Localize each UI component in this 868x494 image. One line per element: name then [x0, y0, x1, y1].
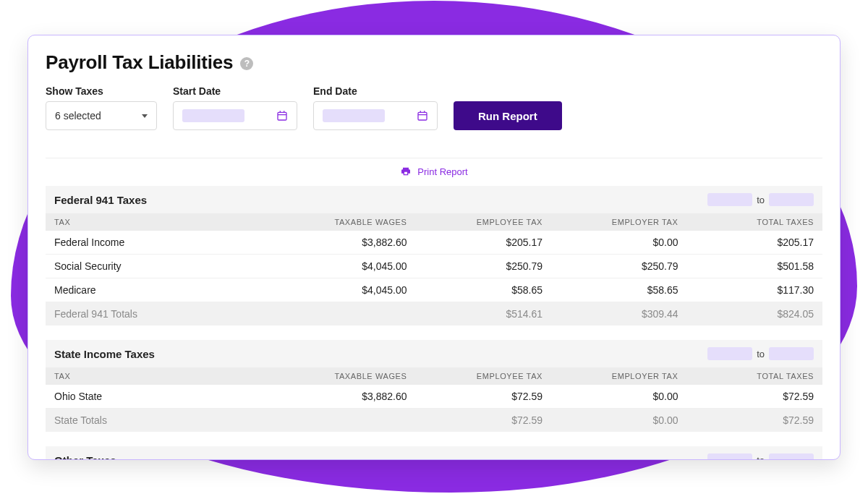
range-separator: to — [757, 455, 765, 461]
date-pill — [769, 347, 814, 360]
range-separator: to — [757, 195, 765, 205]
table-row: Medicare $4,045.00 $58.65 $58.65 $117.30 — [46, 278, 822, 302]
col-taxable-wages: TAXABLE WAGES — [271, 372, 407, 380]
title-row: Payroll Tax Liabilities ? — [46, 51, 822, 74]
date-pill — [769, 453, 814, 460]
totals-row-federal: Federal 941 Totals $514.61 $309.44 $824.… — [46, 302, 822, 325]
cell-employer-tax: $58.65 — [542, 284, 678, 296]
end-date-group: End Date — [313, 85, 438, 130]
calendar-icon — [417, 110, 428, 122]
section-header-state: State Income Taxes to — [46, 340, 822, 367]
cell-employer-tax: $0.00 — [542, 237, 678, 248]
date-range-state: to — [707, 347, 814, 360]
sections: Federal 941 Taxes to TAX TAXABLE WAGES E… — [46, 186, 822, 460]
cell-name: Federal Income — [54, 237, 271, 248]
print-row: Print Report — [46, 158, 822, 183]
help-icon[interactable]: ? — [240, 57, 253, 70]
section-gap — [46, 432, 822, 446]
print-report-link[interactable]: Print Report — [417, 166, 467, 177]
cell-employer-tax: $0.00 — [542, 391, 678, 402]
controls-row: Show Taxes 6 selected Start Date End Dat… — [46, 85, 822, 130]
show-taxes-value: 6 selected — [55, 110, 101, 122]
cell-employer-tax: $250.79 — [542, 260, 678, 272]
show-taxes-group: Show Taxes 6 selected — [46, 85, 157, 130]
totals-blank — [271, 414, 407, 426]
col-tax: TAX — [54, 218, 271, 226]
cell-employee-tax: $72.59 — [407, 391, 543, 402]
date-range-other: to — [707, 453, 814, 460]
cell-total-taxes: $72.59 — [678, 391, 814, 402]
date-pill — [769, 193, 814, 206]
cell-employee-tax: $250.79 — [407, 260, 543, 272]
printer-icon — [400, 166, 412, 177]
col-employer-tax: EMPLOYER TAX — [542, 218, 678, 226]
col-total-taxes: TOTAL TAXES — [678, 372, 814, 380]
totals-row-state: State Totals $72.59 $0.00 $72.59 — [46, 409, 822, 432]
table-row: Federal Income $3,882.60 $205.17 $0.00 $… — [46, 231, 822, 255]
calendar-icon — [276, 110, 288, 122]
report-card: Payroll Tax Liabilities ? Show Taxes 6 s… — [27, 35, 841, 460]
date-pill — [707, 347, 752, 360]
cell-name: Medicare — [54, 284, 271, 296]
section-header-federal: Federal 941 Taxes to — [46, 186, 822, 213]
totals-employer-tax: $309.44 — [542, 308, 678, 320]
cell-total-taxes: $501.58 — [678, 260, 814, 272]
col-employee-tax: EMPLOYEE TAX — [407, 218, 543, 226]
section-title-other: Other Taxes — [54, 454, 116, 461]
run-report-button[interactable]: Run Report — [454, 101, 562, 130]
section-title-state: State Income Taxes — [54, 348, 155, 360]
date-pill — [707, 453, 752, 460]
totals-total-taxes: $824.05 — [678, 308, 814, 320]
col-employer-tax: EMPLOYER TAX — [542, 372, 678, 380]
start-date-input[interactable] — [173, 101, 297, 130]
totals-blank — [271, 308, 407, 320]
date-range-federal: to — [707, 193, 814, 206]
svg-rect-4 — [418, 112, 427, 120]
svg-rect-0 — [278, 112, 286, 120]
cell-taxable-wages: $4,045.00 — [271, 260, 407, 272]
totals-label: State Totals — [54, 414, 271, 426]
cell-employee-tax: $58.65 — [407, 284, 543, 296]
col-employee-tax: EMPLOYEE TAX — [407, 372, 543, 380]
cell-total-taxes: $117.30 — [678, 284, 814, 296]
col-taxable-wages: TAXABLE WAGES — [271, 218, 407, 226]
col-total-taxes: TOTAL TAXES — [678, 218, 814, 226]
start-date-label: Start Date — [173, 85, 297, 97]
table-row: Social Security $4,045.00 $250.79 $250.7… — [46, 255, 822, 278]
page-title: Payroll Tax Liabilities — [46, 51, 233, 74]
totals-label: Federal 941 Totals — [54, 308, 271, 320]
table-row: Ohio State $3,882.60 $72.59 $0.00 $72.59 — [46, 385, 822, 409]
cell-name: Social Security — [54, 260, 271, 272]
cell-employee-tax: $205.17 — [407, 237, 543, 248]
show-taxes-select[interactable]: 6 selected — [46, 101, 157, 130]
section-header-other: Other Taxes to — [46, 446, 822, 460]
end-date-input[interactable] — [313, 101, 438, 130]
table-header-federal: TAX TAXABLE WAGES EMPLOYEE TAX EMPLOYER … — [46, 213, 822, 231]
cell-total-taxes: $205.17 — [678, 237, 814, 248]
end-date-placeholder — [323, 109, 385, 122]
start-date-group: Start Date — [173, 85, 297, 130]
chevron-down-icon — [142, 114, 148, 118]
end-date-label: End Date — [313, 85, 438, 97]
cell-taxable-wages: $3,882.60 — [271, 237, 407, 248]
section-gap — [46, 325, 822, 340]
totals-employer-tax: $0.00 — [542, 414, 678, 426]
range-separator: to — [757, 349, 765, 359]
table-header-state: TAX TAXABLE WAGES EMPLOYEE TAX EMPLOYER … — [46, 367, 822, 385]
totals-employee-tax: $514.61 — [407, 308, 543, 320]
totals-employee-tax: $72.59 — [407, 414, 543, 426]
start-date-placeholder — [182, 109, 244, 122]
cell-taxable-wages: $4,045.00 — [271, 284, 407, 296]
section-title-federal: Federal 941 Taxes — [54, 194, 147, 206]
show-taxes-label: Show Taxes — [46, 85, 157, 97]
totals-total-taxes: $72.59 — [678, 414, 814, 426]
cell-taxable-wages: $3,882.60 — [271, 391, 407, 402]
date-pill — [707, 193, 752, 206]
run-report-group: . Run Report — [454, 85, 562, 130]
col-tax: TAX — [54, 372, 271, 380]
cell-name: Ohio State — [54, 391, 271, 402]
